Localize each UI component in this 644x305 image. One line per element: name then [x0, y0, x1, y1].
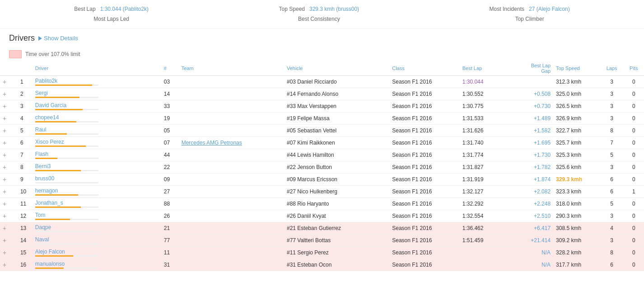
- pits-cell: 0: [624, 149, 644, 161]
- expand-cell[interactable]: +: [0, 210, 18, 222]
- driver-bar: [35, 170, 81, 171]
- table-row: +2 Sergi 14#14 Fernando AlonsoSeason F1 …: [0, 88, 644, 100]
- driver-name-link[interactable]: Pablito2k: [35, 78, 159, 84]
- th-vehicle: Vehicle: [284, 61, 389, 76]
- expand-icon[interactable]: +: [3, 151, 6, 159]
- expand-icon[interactable]: +: [3, 115, 6, 122]
- expand-cell[interactable]: +: [0, 222, 18, 235]
- expand-cell[interactable]: +: [0, 88, 18, 100]
- chevron-right-icon: [38, 36, 42, 41]
- driver-name-link[interactable]: Raul: [35, 127, 159, 133]
- gap-cell: N/A: [512, 259, 553, 271]
- gap-value: +1.489: [534, 115, 551, 122]
- top-speed-cell: 326.5 kmh: [553, 100, 600, 113]
- driver-cell: Xisco Perez: [33, 137, 161, 149]
- gap-cell: +2.510: [512, 210, 553, 222]
- driver-name-link[interactable]: hernagon: [35, 188, 159, 194]
- gap-value: +1.582: [534, 127, 551, 134]
- driver-name-link[interactable]: Xisco Perez: [35, 139, 159, 145]
- best-lap-cell: 1:32.292: [460, 198, 513, 210]
- expand-cell[interactable]: +: [0, 186, 18, 198]
- expand-icon[interactable]: +: [3, 139, 6, 146]
- pits-cell: 0: [624, 210, 644, 222]
- number-cell: 11: [161, 247, 179, 259]
- expand-icon[interactable]: +: [3, 176, 6, 183]
- th-num: #: [161, 61, 179, 76]
- position-cell: 8: [18, 161, 33, 174]
- position-cell: 3: [18, 100, 33, 113]
- gap-value: +2.510: [534, 213, 551, 219]
- class-cell: Season F1 2016: [389, 88, 460, 100]
- driver-name-link[interactable]: Daqpe: [35, 224, 159, 230]
- gap-cell: +1.695: [512, 137, 553, 149]
- expand-icon[interactable]: +: [3, 261, 6, 268]
- vehicle-cell: #03 Daniel Ricciardo: [284, 76, 389, 88]
- position-cell: 10: [18, 186, 33, 198]
- gap-value: +21.414: [531, 237, 551, 244]
- expand-icon[interactable]: +: [3, 188, 6, 195]
- show-details-link[interactable]: Show Details: [38, 35, 78, 42]
- driver-name-link[interactable]: chopee14: [35, 114, 159, 121]
- table-row: +1 Pablito2k 03#03 Daniel RicciardoSeaso…: [0, 76, 644, 88]
- team-cell[interactable]: Mercedes AMG Petronas: [179, 137, 284, 149]
- expand-icon[interactable]: +: [3, 200, 6, 207]
- laps-cell: 6: [600, 186, 624, 198]
- class-cell: Season F1 2016: [389, 76, 460, 88]
- expand-cell[interactable]: +: [0, 198, 18, 210]
- top-speed-cell: 325.6 kmh: [553, 161, 600, 174]
- driver-name-link[interactable]: David Garcia: [35, 102, 159, 108]
- driver-cell: Tom: [33, 210, 161, 222]
- expand-icon[interactable]: +: [3, 127, 6, 134]
- top-speed-cell: 312.3 kmh: [553, 76, 600, 88]
- expand-icon[interactable]: +: [3, 164, 6, 171]
- gap-value: N/A: [541, 262, 551, 268]
- th-pos: [18, 61, 33, 76]
- expand-cell[interactable]: +: [0, 161, 18, 174]
- vehicle-cell: #19 Felipe Massa: [284, 113, 389, 125]
- stat-group-left: Best Lap 1:30.044 (Pablito2k) Most Laps …: [74, 5, 149, 24]
- expand-cell[interactable]: +: [0, 174, 18, 186]
- expand-cell[interactable]: +: [0, 235, 18, 247]
- team-link[interactable]: Mercedes AMG Petronas: [182, 140, 242, 146]
- expand-cell[interactable]: +: [0, 76, 18, 88]
- table-header-row: Driver # Team Vehicle Class Best Lap Bes…: [0, 61, 644, 76]
- expand-icon[interactable]: +: [3, 103, 6, 110]
- class-cell: Season F1 2016: [389, 259, 460, 271]
- expand-cell[interactable]: +: [0, 259, 18, 271]
- driver-name-link[interactable]: Berni3: [35, 163, 159, 169]
- driver-name-link[interactable]: bruss00: [35, 175, 159, 182]
- vehicle-cell: #07 Kimi Raikkonen: [284, 137, 389, 149]
- driver-name-link[interactable]: Flash: [35, 151, 159, 157]
- expand-cell[interactable]: +: [0, 113, 18, 125]
- expand-cell[interactable]: +: [0, 137, 18, 149]
- top-speed-cell: 326.9 kmh: [553, 113, 600, 125]
- driver-name-link[interactable]: Alejo Falcon: [35, 249, 159, 255]
- stat-group-right: Most Incidents 27 (Alejo Falcon) Top Cli…: [490, 5, 570, 24]
- driver-cell: Daqpe: [33, 222, 161, 235]
- driver-name-link[interactable]: Tom: [35, 212, 159, 218]
- driver-cell: Naval: [33, 235, 161, 247]
- expand-icon[interactable]: +: [3, 225, 6, 232]
- number-cell: 19: [161, 113, 179, 125]
- expand-icon[interactable]: +: [3, 249, 6, 256]
- laps-cell: 7: [600, 137, 624, 149]
- class-cell: Season F1 2016: [389, 100, 460, 113]
- best-lap-cell: 1:31.919: [460, 174, 513, 186]
- expand-icon[interactable]: +: [3, 212, 6, 220]
- gap-cell: [512, 76, 553, 88]
- expand-cell[interactable]: +: [0, 125, 18, 137]
- driver-name-link[interactable]: manualonso: [35, 261, 159, 267]
- expand-icon[interactable]: +: [3, 237, 6, 244]
- laps-cell: 6: [600, 259, 624, 271]
- pits-cell: 0: [624, 125, 644, 137]
- laps-cell: 3: [600, 76, 624, 88]
- expand-cell[interactable]: +: [0, 100, 18, 113]
- driver-name-link[interactable]: Sergi: [35, 90, 159, 96]
- expand-cell[interactable]: +: [0, 247, 18, 259]
- expand-icon[interactable]: +: [3, 90, 6, 98]
- gap-cell: +2.082: [512, 186, 553, 198]
- expand-cell[interactable]: +: [0, 149, 18, 161]
- driver-name-link[interactable]: Naval: [35, 236, 159, 243]
- expand-icon[interactable]: +: [3, 78, 6, 85]
- driver-name-link[interactable]: Jonathan_s: [35, 200, 159, 206]
